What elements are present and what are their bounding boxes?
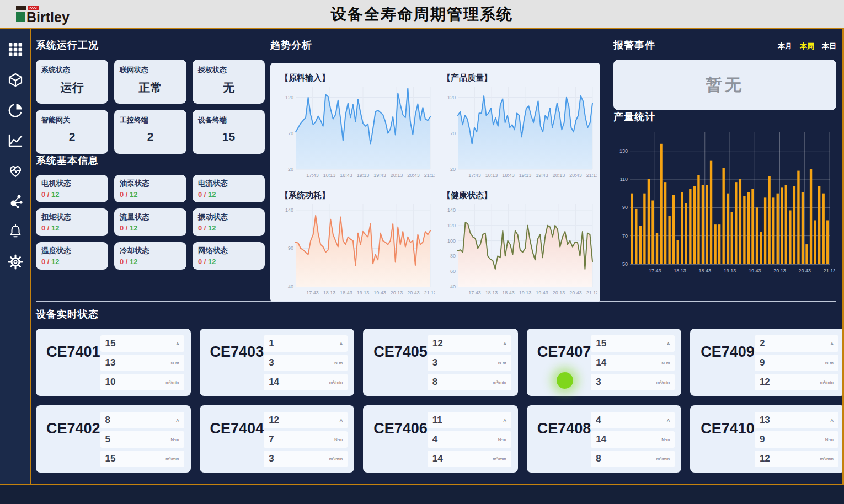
device-card-ce7401[interactable]: CE7401 15 A 13 N·m 10 m³/min [36,329,191,396]
device-metric-value: 12 [760,377,770,388]
svg-text:70: 70 [288,131,293,136]
device-card-ce7407[interactable]: CE7407 15 A 14 N·m 3 m³/min [527,329,682,396]
system-info-heading: 系统基本信息 [36,154,265,167]
device-card-ce7403[interactable]: CE7403 1 A 3 N·m 14 m³/min [200,329,355,396]
device-metric: 4 A [591,412,675,428]
info-card-total-count: 12 [208,224,216,232]
svg-text:19:13: 19:13 [519,173,532,178]
device-metric: 5 N·m [100,431,184,448]
system-status-grid: 系统状态 运行 联网状态 正常 授权状态 无 智能网关 2 工控终端 2 设备终… [36,60,265,154]
gold-bottom-divider [0,484,844,485]
info-card: 网络状态 0 / 12 [193,242,265,270]
alarm-tabs: 本月本周本日 [770,41,836,51]
device-card-ce7408[interactable]: CE7408 4 A 14 N·m 8 m³/min [527,405,682,473]
device-metric: 4 N·m [428,431,511,448]
info-card-total-count: 12 [51,224,59,232]
status-card: 工控终端 2 [114,110,186,154]
alarm-tab-week[interactable]: 本周 [800,41,814,51]
svg-text:110: 110 [620,176,628,182]
production-heading: 产量统计 [613,110,836,124]
device-metric-value: 3 [432,357,437,368]
info-card-alarm-count: 0 / [120,224,127,232]
device-metric-unit: m³/min [656,457,670,462]
device-metric-value: 14 [596,357,606,368]
grid-icon[interactable] [8,42,23,57]
device-metric-unit: A [176,418,179,423]
app-header: Birtley 设备全寿命周期管理系统 [0,0,844,28]
info-card: 油泵状态 0 / 12 [114,175,186,202]
panel-trend: 趋势分析 【原料输入】 207012017:4318:1318:4319:131… [270,39,600,302]
panel-devices: 设备实时状态 CE7401 15 A 13 N·m 10 m³/min CE74… [36,301,836,473]
info-card: 冷却状态 0 / 12 [114,242,186,270]
svg-text:120: 120 [447,95,456,100]
pie-chart-icon[interactable] [8,103,23,118]
svg-text:19:13: 19:13 [357,290,370,296]
info-card-total-count: 12 [130,190,137,199]
info-card: 电流状态 0 / 12 [193,175,265,202]
device-card-ce7405[interactable]: CE7405 12 A 3 N·m 8 m³/min [363,329,518,396]
device-metric: 12 A [264,412,348,428]
info-card-label: 冷却状态 [120,246,181,256]
device-metric: 15 A [100,335,184,352]
trend-board: 【原料输入】 207012017:4318:1318:4319:1319:432… [270,63,600,302]
device-metric-unit: m³/min [493,457,506,462]
device-name: CE7404 [210,420,264,473]
device-metric-unit: A [831,418,834,423]
svg-text:19:43: 19:43 [373,290,386,296]
system-info-grid: 电机状态 0 / 12 油泵状态 0 / 12 电流状态 0 / 12 扭矩状态… [36,175,265,270]
device-metric-list: 8 A 5 N·m 15 m³/min [100,412,184,473]
device-card-ce7409[interactable]: CE7409 2 A 9 N·m 12 m³/min [690,329,844,396]
device-card-ce7402[interactable]: CE7402 8 A 5 N·m 15 m³/min [36,405,191,473]
svg-text:19:43: 19:43 [536,290,548,296]
info-card-total-count: 12 [51,258,59,266]
svg-text:120: 120 [447,223,456,228]
alarm-tab-month[interactable]: 本月 [778,41,792,51]
svg-text:20:43: 20:43 [407,173,420,178]
trend-chart-title: 【原料输入】 [280,73,435,83]
svg-text:40: 40 [450,284,456,289]
device-name: CE7402 [46,420,100,473]
info-card-total-count: 12 [130,224,137,232]
trend-chart-title: 【系统功耗】 [280,190,435,201]
status-card-value: 15 [198,130,259,143]
status-card-value: 2 [120,130,181,143]
svg-text:20:43: 20:43 [569,290,582,296]
svg-text:21:13: 21:13 [424,173,435,178]
device-metric: 2 A [755,335,838,352]
device-metric-unit: m³/min [165,457,179,462]
line-chart-icon[interactable] [8,133,23,148]
info-card-total-count: 12 [208,258,216,266]
device-card-ce7410[interactable]: CE7410 13 A 9 N·m 12 m³/min [690,405,844,473]
production-bar-chart: 17:4318:1318:4319:1319:4320:1320:4321:13… [613,129,836,277]
gear-icon[interactable] [8,254,23,270]
device-grid: CE7401 15 A 13 N·m 10 m³/min CE7403 1 A … [36,329,836,473]
info-card-count: 0 / 12 [41,190,103,199]
info-card-label: 扭矩状态 [41,212,103,222]
svg-text:19:13: 19:13 [724,268,736,274]
molecule-icon[interactable] [8,194,23,209]
device-card-ce7404[interactable]: CE7404 12 A 7 N·m 3 m³/min [200,405,355,473]
svg-text:140: 140 [285,207,293,213]
status-card-value: 运行 [41,80,103,95]
device-metric-value: 3 [596,377,601,388]
device-metric-value: 3 [269,357,274,368]
device-card-ce7406[interactable]: CE7406 11 A 4 N·m 14 m³/min [363,405,518,473]
device-metric-list: 2 A 9 N·m 12 m³/min [755,335,838,396]
device-metric-value: 12 [269,415,279,426]
svg-text:17:43: 17:43 [306,290,319,296]
bell-icon[interactable] [8,224,23,239]
info-card-alarm-count: 0 / [41,190,49,199]
alarm-tab-day[interactable]: 本日 [822,41,836,51]
device-metric-unit: N·m [825,437,834,442]
device-metric-unit: N·m [334,437,343,442]
device-metric-value: 4 [596,415,601,426]
svg-text:18:43: 18:43 [698,268,711,274]
health-pulse-icon[interactable] [8,163,23,179]
device-metric: 13 N·m [100,355,184,371]
cube-icon[interactable] [8,72,23,88]
device-metric-unit: A [503,341,506,346]
svg-text:140: 140 [447,207,456,213]
device-name: CE7408 [537,420,591,473]
device-metric: 10 m³/min [100,374,184,390]
trend-chart-raw-input: 【原料输入】 207012017:4318:1318:4319:1319:432… [275,68,437,181]
